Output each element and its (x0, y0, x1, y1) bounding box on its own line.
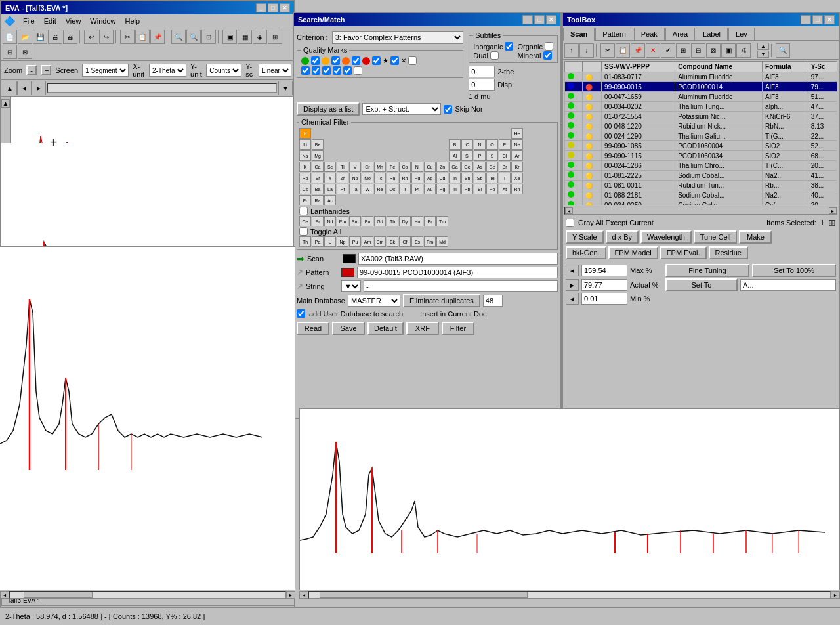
elem-F[interactable]: F (499, 139, 511, 150)
elem-Th[interactable]: Th (299, 236, 311, 247)
table-row-10[interactable]: 🟡 01-081-2225Sodium Cobal...Na2...41... (565, 171, 837, 181)
table-row-4[interactable]: 🟡 01-072-1554Potassium Nic...KNiCrF637..… (565, 112, 837, 121)
toolbar-b5[interactable]: ⊟ (3, 45, 17, 59)
qm-cb4[interactable] (333, 66, 341, 75)
elem-Li[interactable]: Li (299, 139, 311, 150)
elem-Tm[interactable]: Tm (436, 216, 448, 226)
elem-La[interactable]: La (324, 184, 336, 194)
eva-bottom-scroll-right[interactable]: ► (286, 591, 295, 599)
qm-yellow-cb[interactable] (331, 56, 340, 65)
elem-Es[interactable]: Es (411, 236, 423, 247)
elem-Am[interactable]: Am (362, 236, 373, 247)
toolbar-b2[interactable]: ▦ (238, 30, 252, 44)
elem-Ra[interactable]: Ra (312, 195, 324, 205)
yscale-select[interactable]: Linear (259, 64, 291, 77)
eva-bottom-thumb[interactable] (24, 592, 93, 598)
exp-struct-select[interactable]: Exp. + Struct. (362, 103, 441, 115)
toolbar-print-preview[interactable]: 🖨 (48, 30, 62, 44)
string-value-input[interactable] (364, 280, 558, 292)
elem-Si[interactable]: Si (461, 150, 473, 161)
elem-Tl[interactable]: Tl (449, 184, 461, 194)
fine-tuning-btn[interactable]: Fine Tuning (665, 264, 749, 277)
eliminate-dupes-btn[interactable]: Eliminate duplicates (403, 294, 480, 307)
set-to-value-input[interactable] (740, 279, 836, 291)
elem-Er[interactable]: Er (424, 216, 436, 226)
table-row-5[interactable]: 🟡 00-048-1220Rubidium Nick...RbN...8.13 (565, 121, 837, 131)
menu-file[interactable]: File (19, 16, 39, 26)
elem-Fm[interactable]: Fm (424, 236, 436, 247)
elem-Ta[interactable]: Ta (349, 184, 361, 194)
tb-btn-up[interactable]: ↑ (564, 43, 579, 58)
toolbar-b4[interactable]: ⊞ (268, 30, 282, 44)
eva-bottom-track[interactable] (9, 591, 286, 599)
toolbar-undo[interactable]: ↩ (84, 30, 98, 44)
zoom-minus-btn[interactable]: - (26, 65, 37, 75)
elem-Co[interactable]: Co (399, 162, 411, 172)
hkl-gen-btn[interactable]: hkl-Gen. (566, 246, 606, 259)
table-row-13[interactable]: 🟡 00-024-0250Cesium Galiu...Cs(...20... (565, 200, 837, 206)
max-arrow-left[interactable]: ◄ (566, 265, 579, 276)
elem-Se[interactable]: Se (486, 162, 498, 172)
elem-Ac[interactable]: Ac (324, 195, 336, 205)
elem-Bk[interactable]: Bk (387, 236, 398, 247)
table-row-12[interactable]: 🟡 01-088-2181Sodium Cobal...Na2...40... (565, 190, 837, 200)
yscale-btn[interactable]: Y-Scale (566, 230, 604, 244)
elem-W[interactable]: W (362, 184, 373, 194)
toolbox-table-container[interactable]: SS-VWV-PPPP Compound Name Formula Y-Sc 🟡… (564, 61, 837, 205)
elem-Nd[interactable]: Nd (324, 216, 336, 226)
nav-left-btn[interactable]: ◄ (17, 81, 32, 95)
elem-Zn[interactable]: Zn (436, 162, 448, 172)
tb-btn-g3[interactable]: ⊠ (706, 43, 721, 58)
toolbar-copy[interactable]: 📋 (135, 30, 150, 44)
tb-btn-paste[interactable]: 📌 (631, 43, 645, 58)
table-row-7[interactable]: 🟡 99-090-1085PCOD1060004SiO252... (565, 141, 837, 151)
elem-Sb[interactable]: Sb (474, 173, 486, 183)
elem-Fr[interactable]: Fr (299, 195, 311, 205)
nav-right-btn[interactable]: ► (32, 81, 46, 95)
qm-red-cb[interactable] (372, 56, 381, 65)
toolbar-print[interactable]: 🖨 (63, 30, 77, 44)
elem-Cu[interactable]: Cu (424, 162, 436, 172)
elem-Ho[interactable]: Ho (411, 216, 423, 226)
table-row-8[interactable]: 🟡 99-090-1115PCOD1060034SiO268... (565, 151, 837, 161)
elem-V[interactable]: V (349, 162, 361, 172)
qm-star-cb[interactable] (390, 56, 399, 65)
toolbar-b6[interactable]: ⊠ (18, 45, 32, 59)
elem-Nb[interactable]: Nb (349, 173, 361, 183)
toolbar-zoom-in[interactable]: 🔍 (171, 30, 186, 44)
tab-pattern[interactable]: Pattern (595, 28, 633, 40)
elem-Pt[interactable]: Pt (411, 184, 423, 194)
tab-label[interactable]: Label (696, 28, 728, 40)
elem-Ga[interactable]: Ga (449, 162, 461, 172)
min-pct-input[interactable] (581, 293, 627, 305)
yunit-select[interactable]: Counts (206, 64, 242, 77)
expand-icon[interactable]: ⊞ (828, 217, 836, 228)
elem-Ge[interactable]: Ge (461, 162, 473, 172)
toolbar-open[interactable]: 📂 (18, 30, 32, 44)
toolbar-cut[interactable]: ✂ (120, 30, 135, 44)
elem-Be[interactable]: Be (312, 139, 324, 150)
elem-Au[interactable]: Au (424, 184, 436, 194)
elem-Sn[interactable]: Sn (461, 173, 473, 183)
sm-close[interactable]: ✕ (546, 15, 556, 24)
elem-Pb[interactable]: Pb (461, 184, 473, 194)
elem-Pd[interactable]: Pd (411, 173, 423, 183)
elem-Cm[interactable]: Cm (374, 236, 386, 247)
qm-deleted-cb[interactable] (408, 56, 417, 65)
elem-Xe[interactable]: Xe (511, 173, 523, 183)
read-btn[interactable]: Read (297, 322, 329, 335)
toolbar-paste[interactable]: 📌 (150, 30, 165, 44)
tb-btn-check[interactable]: ✔ (661, 43, 675, 58)
toolbar-new[interactable]: 📄 (3, 30, 17, 44)
disp-input[interactable] (469, 79, 495, 91)
elem-Gd[interactable]: Gd (374, 216, 386, 226)
tb-btn-magnify[interactable]: 🔍 (776, 43, 790, 58)
criterion-select[interactable]: 3: Favor Complex Patterns (332, 31, 464, 44)
elem-Cs[interactable]: Cs (299, 184, 311, 194)
elem-Br[interactable]: Br (499, 162, 511, 172)
tab-scan[interactable]: Scan (563, 28, 595, 41)
scroll-up-btn[interactable]: ▲ (1, 99, 10, 108)
eva-bottom-scroll-left[interactable]: ◄ (0, 591, 9, 599)
elem-Pm[interactable]: Pm (337, 216, 348, 226)
db-select[interactable]: MASTER (348, 295, 400, 307)
